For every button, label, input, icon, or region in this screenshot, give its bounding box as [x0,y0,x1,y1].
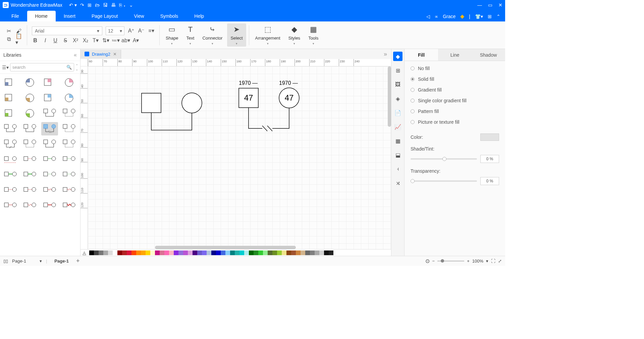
library-shape-selected[interactable] [41,122,58,135]
play-icon[interactable]: ⊙ [425,258,430,264]
library-shape[interactable] [21,91,38,105]
categories-icon[interactable]: ☰▾ [2,65,9,70]
color-swatch-cell[interactable] [160,250,164,255]
library-shape[interactable] [61,137,77,151]
color-swatch-cell[interactable] [254,250,258,255]
menu-view[interactable]: View [126,11,152,21]
color-swatch-cell[interactable] [286,250,291,255]
library-shape[interactable] [21,137,38,151]
canvas[interactable]: 1970 — 1970 — 47 47 [88,66,391,249]
library-shape[interactable] [21,153,38,166]
grid-panel-icon[interactable]: ⊞ [393,66,402,75]
color-swatch-cell[interactable] [89,250,94,255]
undo-icon[interactable]: ↶ ▾ [69,2,77,8]
line-spacing-icon[interactable]: ⇅▾ [102,37,109,44]
library-shape[interactable] [41,153,58,166]
more-icon[interactable]: ⌄ [129,2,133,8]
color-swatch-cell[interactable] [244,250,249,255]
color-swatch-cell[interactable] [258,250,263,255]
close-icon[interactable]: ✕ [498,2,502,8]
page-dropdown[interactable]: Page-1 ▾ [12,259,42,264]
color-swatch-cell[interactable] [235,250,239,255]
color-swatch-cell[interactable] [122,250,127,255]
genogram-shape-right[interactable]: 1970 — 1970 — 47 47 [229,80,306,140]
menu-help[interactable]: Help [186,11,212,21]
zoom-value[interactable]: 100% [472,259,483,264]
text-color-icon[interactable]: A▾ [132,37,139,44]
color-swatch-cell[interactable] [296,250,301,255]
tab-fill[interactable]: Fill [405,49,438,61]
image-panel-icon[interactable]: 🖼 [393,80,402,89]
color-swatch-cell[interactable] [183,250,188,255]
color-swatch-cell[interactable] [99,250,103,255]
library-shape[interactable] [21,122,38,135]
user-name[interactable]: Grace [443,14,455,19]
color-swatch-cell[interactable] [136,250,141,255]
fill-option-gradient[interactable]: Gradient fill [411,87,499,93]
fit-page-icon[interactable]: ⛶ [491,259,495,264]
document-tab[interactable]: Drawing2 ✕ [80,50,121,59]
align-icon[interactable]: ≡▾ [148,27,155,34]
text-effects-icon[interactable]: T▾ [92,37,99,44]
color-swatch-cell[interactable] [127,250,131,255]
minimize-icon[interactable]: — [477,2,482,8]
page-layout-icon[interactable]: ▯▯ [3,259,8,264]
layers-panel-icon[interactable]: ◈ [393,94,402,103]
color-swatch-cell[interactable] [193,250,197,255]
redo-icon[interactable]: ↷ [80,2,84,8]
zoom-in-icon[interactable]: + [467,259,470,264]
print-icon[interactable]: 🖶 [111,2,116,8]
library-shape[interactable] [2,107,19,120]
library-shape[interactable] [41,137,58,151]
tab-shadow[interactable]: Shadow [472,49,505,61]
library-shape[interactable] [41,184,58,197]
color-picker[interactable] [480,133,499,141]
scroll-down-icon[interactable]: ⌄ [75,67,78,71]
color-swatch-cell[interactable] [272,250,277,255]
color-swatch-cell[interactable] [103,250,108,255]
color-swatch-cell[interactable] [178,250,183,255]
color-swatch-cell[interactable] [197,250,202,255]
library-shape[interactable] [21,184,38,197]
shape-tool[interactable]: ▭ Shape ▾ [162,23,182,47]
color-swatch-cell[interactable] [174,250,178,255]
fill-option-picture[interactable]: Picture or texture fill [411,119,499,125]
paste-icon[interactable]: 📋▾ [15,36,22,43]
bold-icon[interactable]: B [32,37,39,44]
select-tool[interactable]: ➤ Select ▾ [227,23,246,47]
color-swatch-cell[interactable] [169,250,174,255]
library-shape[interactable] [41,107,58,120]
color-swatch-cell[interactable] [216,250,221,255]
apps-icon[interactable]: ⊞ [488,14,492,19]
color-swatch-cell[interactable] [131,250,136,255]
library-shape[interactable] [61,76,77,89]
color-swatch-cell[interactable] [164,250,169,255]
fill-panel-icon[interactable]: ◆ [393,52,402,61]
export-icon[interactable]: ⎘ ▾ [119,2,126,8]
menu-page-layout[interactable]: Page Layout [84,11,126,21]
copy-icon[interactable]: ⧉ [5,36,12,43]
italic-icon[interactable]: I [42,37,49,44]
position-panel-icon[interactable]: ⫞ [393,164,402,174]
shade-slider[interactable] [411,158,477,160]
library-shape[interactable] [61,107,77,120]
library-shape[interactable] [61,153,77,166]
library-shape[interactable] [2,137,19,151]
library-shape[interactable] [41,168,58,182]
library-shape[interactable] [61,91,77,105]
color-swatch-cell[interactable] [249,250,254,255]
underline-icon[interactable]: U [52,37,59,44]
fill-option-single-gradient[interactable]: Single color gradient fill [411,98,499,103]
menu-file[interactable]: File [3,11,27,21]
menu-home[interactable]: Home [27,11,56,21]
library-shape[interactable] [61,122,77,135]
transparency-value[interactable]: 0 % [480,177,499,185]
color-swatch-cell[interactable] [155,250,160,255]
arrangement-tool[interactable]: ⬚ Arrangement ▾ [252,23,284,47]
color-swatch-cell[interactable] [301,250,305,255]
color-swatch-cell[interactable] [117,250,122,255]
color-swatch-cell[interactable] [324,250,329,255]
library-shape[interactable] [2,153,19,166]
paint-bucket-icon[interactable]: ◬ [83,250,89,256]
tools-tool[interactable]: ▦ Tools ▾ [305,23,322,47]
